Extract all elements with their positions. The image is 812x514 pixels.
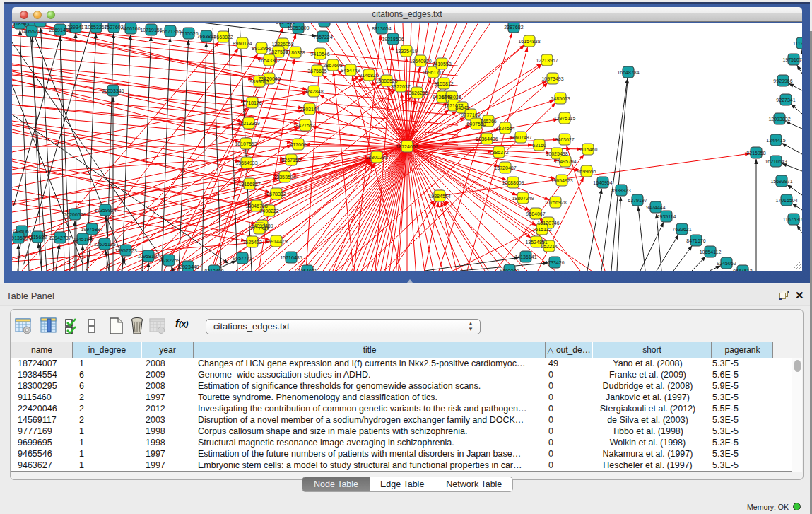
svg-text:10756928: 10756928 bbox=[544, 200, 566, 205]
svg-text:7632621: 7632621 bbox=[672, 227, 691, 232]
svg-text:16053809: 16053809 bbox=[287, 25, 309, 30]
svg-text:12923448: 12923448 bbox=[177, 264, 199, 269]
svg-text:16154838: 16154838 bbox=[518, 39, 540, 44]
svg-text:12505135: 12505135 bbox=[93, 242, 115, 247]
svg-text:17957223: 17957223 bbox=[114, 248, 136, 253]
svg-text:9777169: 9777169 bbox=[461, 112, 480, 117]
svg-text:9699695: 9699695 bbox=[577, 169, 596, 174]
svg-text:1905495: 1905495 bbox=[314, 23, 334, 24]
svg-text:12213369: 12213369 bbox=[237, 121, 259, 126]
svg-text:19218506: 19218506 bbox=[382, 37, 404, 42]
svg-text:20364436: 20364436 bbox=[476, 136, 498, 141]
svg-text:7515526: 7515526 bbox=[179, 31, 198, 36]
svg-text:9899613: 9899613 bbox=[249, 79, 269, 84]
svg-text:9242848: 9242848 bbox=[304, 89, 323, 94]
svg-text:10958107: 10958107 bbox=[137, 254, 159, 259]
svg-text:12093832: 12093832 bbox=[768, 117, 790, 122]
svg-text:3824554: 3824554 bbox=[495, 126, 514, 131]
svg-text:9474444: 9474444 bbox=[646, 205, 665, 210]
svg-text:18300295: 18300295 bbox=[365, 155, 387, 160]
svg-text:19654933: 19654933 bbox=[235, 160, 257, 165]
svg-text:9094509: 9094509 bbox=[276, 23, 295, 25]
svg-text:417006: 417006 bbox=[290, 142, 306, 147]
svg-text:18807249: 18807249 bbox=[512, 196, 534, 201]
svg-text:16671355: 16671355 bbox=[159, 29, 181, 34]
svg-text:9657771: 9657771 bbox=[233, 256, 252, 261]
svg-text:2803144: 2803144 bbox=[300, 107, 319, 112]
svg-text:9146821: 9146821 bbox=[359, 73, 378, 78]
svg-text:15495794: 15495794 bbox=[554, 159, 576, 164]
svg-text:18046768: 18046768 bbox=[245, 204, 267, 209]
svg-text:16914479: 16914479 bbox=[265, 239, 287, 244]
svg-text:7386372: 7386372 bbox=[489, 150, 508, 155]
svg-text:7625402: 7625402 bbox=[242, 240, 261, 245]
svg-text:252214: 252214 bbox=[541, 244, 557, 249]
svg-text:13325419: 13325419 bbox=[395, 49, 417, 54]
svg-text:14136141: 14136141 bbox=[514, 255, 536, 259]
svg-text:15888520: 15888520 bbox=[375, 78, 397, 83]
svg-text:1145194: 1145194 bbox=[73, 237, 93, 242]
svg-text:1115682: 1115682 bbox=[28, 235, 47, 240]
svg-text:16961711: 16961711 bbox=[423, 70, 445, 75]
svg-text:13353594: 13353594 bbox=[273, 175, 295, 180]
svg-text:16210643: 16210643 bbox=[765, 159, 787, 164]
svg-text:16120746: 16120746 bbox=[537, 221, 559, 226]
svg-text:18107553: 18107553 bbox=[235, 141, 257, 146]
svg-text:9498222: 9498222 bbox=[259, 209, 278, 214]
svg-text:16648784: 16648784 bbox=[617, 70, 639, 75]
svg-text:13626215: 13626215 bbox=[406, 90, 428, 95]
svg-text:8267150: 8267150 bbox=[281, 158, 300, 163]
svg-text:18640910: 18640910 bbox=[409, 59, 431, 64]
svg-text:2718176: 2718176 bbox=[242, 100, 261, 105]
svg-text:9410546: 9410546 bbox=[310, 52, 329, 57]
svg-text:20206526: 20206526 bbox=[64, 212, 86, 217]
svg-text:19751074: 19751074 bbox=[782, 57, 802, 62]
svg-text:10025438: 10025438 bbox=[546, 151, 567, 156]
svg-text:9664512: 9664512 bbox=[733, 269, 752, 272]
svg-text:6794028: 6794028 bbox=[442, 95, 461, 100]
svg-text:10973493: 10973493 bbox=[541, 76, 563, 81]
svg-text:2730096: 2730096 bbox=[30, 23, 49, 24]
svg-text:2935114: 2935114 bbox=[657, 214, 676, 219]
svg-text:62160: 62160 bbox=[532, 143, 546, 148]
svg-text:1217343: 1217343 bbox=[249, 226, 269, 231]
svg-text:12393417: 12393417 bbox=[64, 25, 86, 30]
svg-text:8215958: 8215958 bbox=[746, 151, 765, 156]
svg-text:1054921: 1054921 bbox=[298, 269, 317, 272]
svg-text:2387682: 2387682 bbox=[504, 25, 523, 30]
svg-text:9465546: 9465546 bbox=[500, 268, 519, 272]
svg-text:8186328: 8186328 bbox=[286, 50, 305, 55]
svg-text:9463627: 9463627 bbox=[555, 137, 574, 142]
svg-text:9115460: 9115460 bbox=[579, 147, 598, 152]
svg-text:14055713: 14055713 bbox=[20, 29, 42, 34]
svg-text:84545: 84545 bbox=[455, 105, 469, 110]
svg-text:6379197: 6379197 bbox=[628, 198, 647, 203]
svg-text:8960124: 8960124 bbox=[233, 41, 252, 46]
svg-text:16543362: 16543362 bbox=[258, 58, 280, 63]
svg-text:8938923: 8938923 bbox=[611, 188, 630, 193]
svg-text:15716485: 15716485 bbox=[280, 255, 302, 260]
svg-text:9227341: 9227341 bbox=[776, 98, 795, 103]
svg-text:9684067: 9684067 bbox=[526, 211, 545, 216]
svg-text:7663822: 7663822 bbox=[213, 35, 233, 40]
svg-text:15692971: 15692971 bbox=[770, 179, 792, 184]
svg-text:12942737: 12942737 bbox=[49, 235, 71, 240]
svg-text:8322037: 8322037 bbox=[391, 84, 410, 89]
svg-text:19654923: 19654923 bbox=[551, 178, 572, 183]
svg-text:8678332: 8678332 bbox=[266, 192, 286, 197]
svg-text:9929966: 9929966 bbox=[773, 78, 792, 83]
svg-text:3675685: 3675685 bbox=[307, 69, 326, 74]
svg-text:12975115: 12975115 bbox=[554, 116, 576, 121]
svg-text:9245052: 9245052 bbox=[717, 261, 736, 266]
svg-text:8312409: 8312409 bbox=[204, 269, 223, 272]
svg-text:19384554: 19384554 bbox=[428, 194, 450, 199]
svg-text:17359924: 17359924 bbox=[94, 208, 116, 213]
svg-text:1112893: 1112893 bbox=[793, 41, 802, 46]
svg-text:10607487: 10607487 bbox=[510, 135, 531, 140]
svg-text:3913509: 3913509 bbox=[12, 235, 28, 240]
svg-text:746266: 746266 bbox=[480, 119, 496, 124]
svg-text:7485063: 7485063 bbox=[551, 96, 570, 101]
svg-text:16782759: 16782759 bbox=[158, 258, 180, 263]
svg-text:8471676: 8471676 bbox=[686, 238, 705, 243]
svg-text:1733426: 1733426 bbox=[545, 260, 564, 265]
